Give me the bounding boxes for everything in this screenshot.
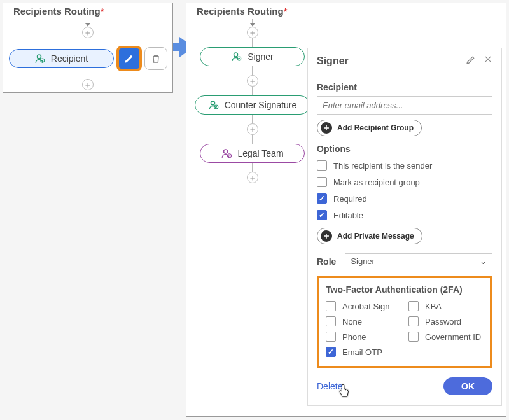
checkbox[interactable] (326, 316, 336, 326)
role-label: Role (317, 256, 336, 267)
edit-recipient-btn[interactable] (118, 47, 141, 70)
opt-sender[interactable]: This recipient is the sender (317, 160, 492, 171)
flow-start (85, 19, 90, 27)
tfa-govid[interactable]: Government ID (408, 332, 484, 342)
node-label: Legal Team (237, 148, 283, 158)
checkbox[interactable] (326, 301, 336, 311)
recipient-label: Recipient (317, 82, 492, 92)
left-panel: Recipients Routing* ＋ Recipient ＋ (3, 3, 173, 93)
checkbox[interactable] (317, 210, 327, 220)
insert-1-btn[interactable]: ＋ (247, 75, 258, 87)
btn-label: Add Recipient Group (337, 123, 414, 132)
right-panel: Recipients Routing* ＋ Signer ＋ Counter S… (186, 3, 506, 417)
counter-signature-node[interactable]: Counter Signature (195, 95, 310, 115)
recipient-editor-panel: Signer Recipient ＋ Add Recipient Group O… (307, 48, 502, 406)
svg-point-1 (37, 55, 41, 59)
opt-group[interactable]: Mark as recipient group (317, 177, 492, 187)
svg-point-7 (224, 150, 228, 153)
heading-right: Recipients Routing* (186, 3, 506, 19)
person-icon (231, 51, 242, 62)
role-select[interactable]: Signer ⌄ (345, 253, 492, 269)
chevron-down-icon: ⌄ (480, 256, 487, 266)
person-icon (208, 99, 220, 111)
person-badge-icon (221, 148, 232, 159)
opt-editable[interactable]: Editable (317, 210, 492, 220)
delete-link[interactable]: Delete (317, 381, 342, 391)
checkbox[interactable] (326, 347, 336, 357)
heading-left: Recipients Routing* (3, 3, 172, 19)
tfa-password[interactable]: Password (408, 316, 484, 326)
signer-node[interactable]: Signer (200, 47, 305, 66)
checkbox[interactable] (317, 160, 327, 171)
insert-3-btn[interactable]: ＋ (247, 172, 258, 183)
opt-required[interactable]: Required (317, 193, 492, 204)
ok-button[interactable]: OK (443, 377, 492, 395)
btn-label: Add Private Message (337, 232, 414, 241)
options-label: Options (317, 144, 492, 154)
add-private-message-btn[interactable]: ＋ Add Private Message (317, 228, 422, 244)
tfa-kba[interactable]: KBA (408, 301, 484, 311)
tfa-emailotp[interactable]: Email OTP (326, 347, 401, 357)
tfa-label: Two-Factor Authentication (2FA) (326, 284, 484, 295)
tfa-phone[interactable]: Phone (326, 332, 401, 342)
insert-before-btn[interactable]: ＋ (82, 27, 94, 38)
edit-icon[interactable] (466, 55, 476, 67)
add-recipient-group-btn[interactable]: ＋ Add Recipient Group (317, 120, 422, 136)
checkbox[interactable] (317, 177, 327, 187)
svg-point-3 (234, 53, 238, 57)
svg-point-5 (211, 101, 214, 105)
checkbox[interactable] (408, 301, 419, 311)
recipient-node[interactable]: Recipient (9, 49, 114, 68)
close-icon[interactable] (484, 55, 492, 67)
delete-recipient-btn[interactable] (144, 47, 167, 70)
insert-2-btn[interactable]: ＋ (247, 123, 258, 135)
tfa-section: Two-Factor Authentication (2FA) Acrobat … (317, 276, 492, 368)
insert-after-btn[interactable]: ＋ (82, 79, 94, 90)
insert-0-btn[interactable]: ＋ (247, 27, 258, 38)
node-label: Counter Signature (225, 100, 297, 110)
checkbox[interactable] (326, 332, 336, 342)
select-value: Signer (351, 256, 375, 266)
node-label: Signer (248, 52, 273, 62)
email-field[interactable] (317, 96, 492, 115)
person-icon (34, 53, 46, 64)
checkbox[interactable] (408, 332, 419, 342)
panel-title: Signer (317, 55, 349, 67)
flow-start (250, 19, 255, 27)
tfa-acrobat[interactable]: Acrobat Sign (326, 301, 401, 311)
legal-team-node[interactable]: Legal Team (200, 144, 305, 163)
tfa-none[interactable]: None (326, 316, 401, 326)
plus-icon: ＋ (321, 230, 332, 242)
node-label: Recipient (51, 53, 88, 64)
checkbox[interactable] (408, 316, 419, 326)
checkbox[interactable] (317, 193, 327, 204)
plus-icon: ＋ (321, 122, 332, 134)
